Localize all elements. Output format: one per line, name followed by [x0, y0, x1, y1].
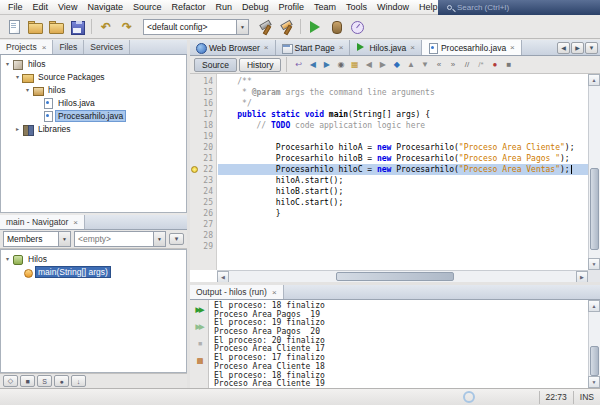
menu-profile[interactable]: Profile [274, 2, 310, 12]
clean-and-build-project-button[interactable] [276, 17, 296, 37]
rerun-button[interactable]: ▶▶ [192, 303, 207, 316]
menu-refactor[interactable]: Refactor [166, 2, 210, 12]
undo-button[interactable]: ↶ [96, 17, 116, 37]
scrollbar-thumb[interactable] [590, 168, 599, 250]
start-macro-icon[interactable]: ● [488, 58, 501, 72]
close-icon[interactable]: × [42, 43, 47, 52]
menu-window[interactable]: Window [372, 2, 414, 12]
close-icon[interactable]: × [264, 43, 269, 52]
next-occurrence-icon[interactable]: ▶ [376, 58, 389, 72]
run-project-button[interactable] [305, 17, 325, 37]
tab-projects[interactable]: Projects× [0, 40, 53, 54]
scroll-up-icon[interactable]: ▲ [588, 300, 600, 312]
shift-right-icon[interactable]: » [446, 58, 459, 72]
scrollbar-thumb[interactable] [590, 346, 599, 376]
menu-tools[interactable]: Tools [341, 2, 372, 12]
last-edit-icon[interactable]: ↩ [292, 58, 305, 72]
project-tree-item[interactable]: ▾hilos [1, 57, 186, 70]
scroll-left-icon[interactable]: ◀ [217, 271, 229, 282]
editor-tab-hilos-java[interactable]: Hilos.java× [350, 40, 422, 55]
close-icon[interactable]: × [510, 43, 515, 52]
show-inherited-button[interactable]: ◇ [3, 375, 18, 387]
chevron-down-icon[interactable]: ▼ [236, 20, 248, 34]
menu-source[interactable]: Source [128, 2, 167, 12]
find-selection-icon[interactable]: ◉ [334, 58, 347, 72]
close-icon[interactable]: × [339, 43, 344, 52]
tab-list-button[interactable]: ▼ [585, 42, 598, 54]
filter-combobox[interactable]: <empty> ▼ [74, 231, 166, 247]
history-view-button[interactable]: History [239, 58, 281, 72]
scroll-down-icon[interactable]: ▼ [588, 258, 600, 270]
project-tree-item[interactable]: ▾hilos [1, 83, 186, 96]
navigator-settings-button[interactable]: ▾ [169, 233, 184, 245]
scroll-tabs-left-button[interactable]: ◀ [557, 42, 570, 54]
collapse-icon[interactable]: ▾ [3, 60, 12, 67]
menu-run[interactable]: Run [210, 2, 237, 12]
close-icon[interactable]: × [272, 288, 277, 297]
highlight-occurrences-icon[interactable]: ▦ [348, 58, 361, 72]
navigator-tree-item[interactable]: ▾Hilos [1, 252, 186, 265]
uncomment-icon[interactable]: /* [474, 58, 487, 72]
sort-alphabetically-button[interactable]: ↓ [71, 375, 86, 387]
close-icon[interactable]: × [410, 43, 415, 52]
source-view-button[interactable]: Source [194, 58, 237, 72]
scroll-up-icon[interactable]: ▲ [588, 74, 600, 86]
editor-horizontal-scrollbar[interactable]: ◀ ▶ [217, 270, 588, 282]
show-non-public-button[interactable]: ● [54, 375, 69, 387]
quick-search[interactable]: Search (Ctrl+I) [438, 0, 600, 15]
menu-navigate[interactable]: Navigate [82, 2, 128, 12]
toggle-bookmark-icon[interactable]: ◆ [390, 58, 403, 72]
scroll-tabs-right-button[interactable]: ▶ [571, 42, 584, 54]
chevron-down-icon[interactable]: ▼ [58, 232, 70, 246]
forward-icon[interactable]: ▶ [320, 58, 333, 72]
next-bookmark-icon[interactable]: ▼ [418, 58, 431, 72]
tab-services[interactable]: Services [84, 40, 130, 54]
new-file-button[interactable] [4, 17, 24, 37]
previous-bookmark-icon[interactable]: ▲ [404, 58, 417, 72]
debug-project-button[interactable] [326, 17, 346, 37]
editor-tab-start-page[interactable]: Start Page× [276, 40, 351, 55]
menu-view[interactable]: View [53, 2, 82, 12]
menu-edit[interactable]: Edit [28, 2, 54, 12]
scroll-down-icon[interactable]: ▼ [588, 376, 600, 388]
tab-files[interactable]: Files [53, 40, 84, 54]
show-static-button[interactable]: S [37, 375, 52, 387]
redo-button[interactable]: ↷ [117, 17, 137, 37]
output-console[interactable]: El proceso: 18 finalizoProceso Area Pago… [210, 300, 588, 388]
output-vertical-scrollbar[interactable]: ▲ ▼ [588, 300, 600, 388]
project-tree-item[interactable]: ▸Libraries [1, 122, 186, 135]
menu-team[interactable]: Team [309, 2, 341, 12]
build-project-button[interactable] [255, 17, 275, 37]
menu-file[interactable]: File [3, 2, 28, 12]
menu-debug[interactable]: Debug [237, 2, 274, 12]
chevron-down-icon[interactable]: ▼ [153, 232, 165, 246]
navigator-tree-item[interactable]: main(String[] args) [1, 265, 186, 278]
previous-occurrence-icon[interactable]: ◀ [362, 58, 375, 72]
hint-lightbulb-icon[interactable] [191, 166, 198, 173]
profile-project-button[interactable] [347, 17, 367, 37]
editor-tab-web-browser[interactable]: Web Browser× [190, 40, 276, 55]
ant-settings-button[interactable]: ▤ [192, 354, 207, 367]
expand-icon[interactable]: ▸ [13, 125, 22, 132]
show-fields-button[interactable]: ■ [20, 375, 35, 387]
close-icon[interactable]: × [73, 218, 78, 227]
members-combobox[interactable]: Members ▼ [3, 231, 71, 247]
collapse-icon[interactable]: ▾ [13, 73, 22, 80]
project-tree-item[interactable]: Procesarhilo.java [1, 109, 186, 122]
stop-button[interactable]: ■ [192, 337, 207, 350]
scrollbar-thumb[interactable] [336, 272, 455, 281]
editor-vertical-scrollbar[interactable]: ▲ ▼ [588, 74, 600, 270]
rerun-with-changes-button[interactable]: ▶▶ [192, 320, 207, 333]
tab-navigator[interactable]: main - Navigator × [0, 215, 85, 229]
collapse-icon[interactable]: ▾ [3, 255, 12, 262]
scroll-right-icon[interactable]: ▶ [576, 271, 588, 282]
new-project-button[interactable] [25, 17, 45, 37]
stop-macro-icon[interactable]: ■ [502, 58, 515, 72]
project-tree-item[interactable]: ▾Source Packages [1, 70, 186, 83]
save-all-button[interactable] [67, 17, 87, 37]
code-editor[interactable]: 14151617181920212223242526272829 /** * @… [190, 74, 600, 282]
tab-output[interactable]: Output - hilos (run) × [190, 285, 284, 299]
comment-icon[interactable]: // [460, 58, 473, 72]
back-icon[interactable]: ◀ [306, 58, 319, 72]
config-combobox[interactable]: <default config> ▼ [143, 19, 249, 35]
